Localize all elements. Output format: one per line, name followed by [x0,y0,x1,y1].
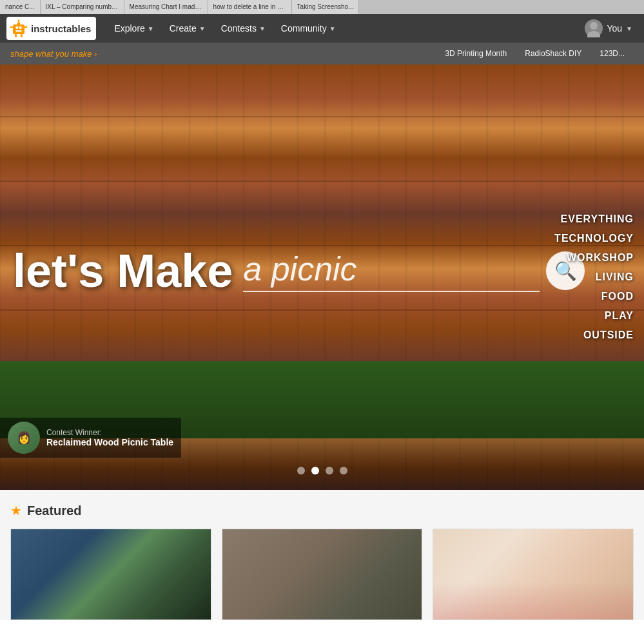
secondary-link-2[interactable]: RadioShack DIY [516,43,590,64]
explore-arrow-icon: ▼ [148,25,154,32]
browser-tabs-bar: nance C... IXL – Comparing numbers up to… [0,0,644,14]
search-input[interactable] [243,249,540,292]
robot-icon [9,19,28,38]
category-workshop[interactable]: WORKSHOP [556,248,644,268]
svg-rect-8 [24,26,28,28]
hero-tagline-row: let's Make 🔍 [13,244,631,297]
secondary-nav: shape what you make › 3D Printing Month … [0,43,644,64]
slide-dot-4[interactable] [340,467,347,474]
hero-search-box: 🔍 [243,249,585,292]
category-living[interactable]: LIVING [585,268,644,287]
browser-tab-1[interactable]: nance C... [0,0,41,14]
secondary-link-1[interactable]: 3D Printing Month [436,43,516,64]
secondary-links: 3D Printing Month RadioShack DIY 123D... [436,43,634,64]
featured-card-1[interactable] [10,529,211,620]
logo[interactable]: instructables [6,17,96,40]
browser-tab-2[interactable]: IXL – Comparing numbers up to 10... [41,0,124,14]
contest-text: Contest Winner: Reclaimed Wood Picnic Ta… [46,428,173,447]
featured-card-3[interactable] [433,529,634,620]
user-arrow-icon: ▼ [626,25,632,32]
browser-tab-4[interactable]: how to delete a line in silhouette st... [208,0,292,14]
contest-winner-bar[interactable]: 👩 Contest Winner: Reclaimed Wood Picnic … [0,418,181,458]
slide-dots [297,467,347,474]
secondary-link-3[interactable]: 123D... [590,43,634,64]
svg-rect-9 [15,34,17,37]
category-food[interactable]: FOOD [591,287,644,306]
card-image-3 [433,529,633,620]
featured-cards [10,529,634,620]
svg-rect-0 [13,24,24,34]
tagline-text: shape what you make [10,49,92,59]
browser-tab-3[interactable]: Measuring Chart I made! | My Vinyl... [124,0,208,14]
user-menu[interactable]: You ▼ [580,19,638,37]
contest-avatar: 👩 [8,422,40,454]
svg-point-11 [590,22,598,30]
category-technology[interactable]: TECHNOLOGY [544,229,644,248]
community-menu[interactable]: Community ▼ [273,14,344,43]
category-links: EVERYTHING TECHNOLOGY WORKSHOP LIVING FO… [544,210,644,345]
logo-text: instructables [31,23,91,34]
svg-rect-10 [21,34,23,37]
category-everything[interactable]: EVERYTHING [551,210,644,229]
featured-card-2[interactable] [222,529,423,620]
contests-arrow-icon: ▼ [259,25,266,32]
tagline-arrow-icon: › [94,49,97,59]
svg-point-6 [18,20,20,22]
avatar [585,19,603,37]
card-image-2 [222,529,422,620]
featured-title: Featured [27,503,81,518]
svg-rect-2 [19,26,22,29]
category-play[interactable]: PLAY [594,306,644,326]
svg-rect-1 [16,26,19,29]
slide-dot-2[interactable] [311,467,319,474]
tagline: shape what you make › [10,49,97,59]
create-arrow-icon: ▼ [199,25,206,32]
contest-avatar-image: 👩 [8,422,40,454]
lets-make-text: let's Make [13,244,233,297]
create-menu[interactable]: Create ▼ [162,14,213,43]
explore-menu[interactable]: Explore ▼ [106,14,161,43]
hero-section: let's Make 🔍 EVERYTHING TECHNOLOGY WORKS… [0,64,644,490]
slide-dot-3[interactable] [326,467,333,474]
user-label: You [607,23,622,34]
card-image-3-overlay [433,581,633,620]
category-outside[interactable]: OUTSIDE [573,326,644,345]
svg-rect-3 [16,30,22,32]
browser-tab-5[interactable]: Taking Screensho... [292,0,360,14]
featured-header: ★ Featured [10,503,634,518]
svg-rect-7 [10,26,14,28]
slide-dot-1[interactable] [297,467,305,474]
featured-section: ★ Featured [0,490,644,620]
contest-title: Reclaimed Wood Picnic Table [46,437,173,447]
featured-star-icon: ★ [10,503,22,518]
svg-point-12 [587,31,600,37]
top-nav: instructables Explore ▼ Create ▼ Contest… [0,14,644,43]
contest-label: Contest Winner: [46,428,173,437]
community-arrow-icon: ▼ [329,25,336,32]
contests-menu[interactable]: Contests ▼ [213,14,273,43]
card-image-1 [11,529,211,620]
